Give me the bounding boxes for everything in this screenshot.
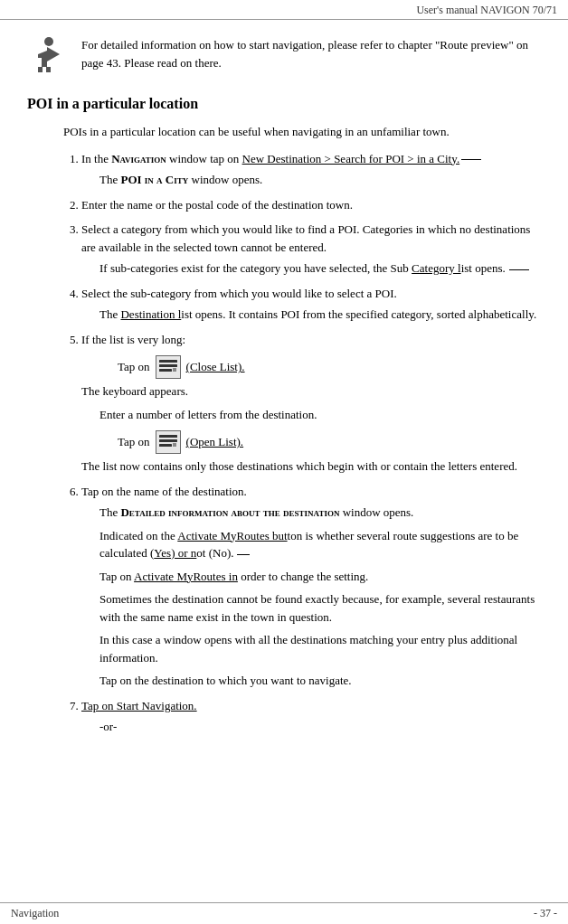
sub-content: The POI in a City window opens. <box>99 171 541 189</box>
svg-rect-10 <box>159 444 172 447</box>
sometimes-text: Sometimes the destination cannot be foun… <box>99 590 541 626</box>
tap-destination: Tap on the destination to which you want… <box>99 672 541 690</box>
section-title: POI in a particular location <box>27 96 541 112</box>
svg-rect-5 <box>159 364 177 367</box>
enter-letters: Enter a number of letters from the desti… <box>99 406 541 424</box>
start-nav-link[interactable]: Tap on Start Navigation. <box>81 699 197 712</box>
or-text: -or- <box>99 718 541 736</box>
sub-content: If sub-categories exist for the category… <box>99 259 541 278</box>
keyboard-appears: The keyboard appears. <box>81 382 541 401</box>
in-this-case: In this case a window opens with all the… <box>99 631 541 666</box>
svg-rect-2 <box>38 67 43 72</box>
sub-content: The Destination list opens. It contains … <box>99 306 541 324</box>
tap-activate: Tap on Activate MyRoutes in order to cha… <box>99 568 541 586</box>
list-item: In the Navigation window tap on New Dest… <box>81 150 541 189</box>
svg-rect-8 <box>159 435 177 438</box>
open-list-label: (Open List). <box>186 433 244 451</box>
yes-no: Yes) or n <box>154 546 196 560</box>
tap-label-1: Tap on <box>118 358 150 376</box>
list-item: Enter the name or the postal code of the… <box>81 196 541 214</box>
window-name: POI in a City <box>120 173 188 186</box>
list-item: Select a category from which you would l… <box>81 221 541 278</box>
svg-rect-9 <box>159 439 177 442</box>
category-link: Category l <box>412 261 461 275</box>
footer-left: Navigation <box>11 907 59 920</box>
footer-right: - 37 - <box>534 907 557 920</box>
svg-rect-6 <box>159 369 172 372</box>
list-item: Tap on the name of the destination. The … <box>81 483 541 690</box>
list-result: The list now contains only those destina… <box>81 457 541 476</box>
nav-word: Navigation <box>111 152 166 165</box>
close-list-button-icon <box>156 355 181 379</box>
activate-myroutes: Activate MyRoutes in <box>134 570 238 583</box>
svg-rect-7 <box>173 368 176 372</box>
close-list-label: (Close List). <box>186 358 245 376</box>
list-item: Select the sub-category from which you w… <box>81 285 541 324</box>
tap-label-2: Tap on <box>118 433 150 451</box>
tap-row-1: Tap on (Close List). <box>118 355 541 379</box>
bottom-bar: Navigation - 37 - <box>0 902 568 924</box>
list-item: If the list is very long: Tap on (Close … <box>81 331 541 476</box>
svg-rect-1 <box>42 58 47 67</box>
notice-text: For detailed information on how to start… <box>81 33 541 71</box>
myroutes-button: Activate MyRoutes but <box>177 529 287 542</box>
destination-link: Destination l <box>120 307 181 321</box>
detailed-info: The Detailed information about the desti… <box>99 504 541 522</box>
myroutes-info: Indicated on the Activate MyRoutes butto… <box>99 527 541 562</box>
instruction-list: In the Navigation window tap on New Dest… <box>63 150 541 736</box>
notice-icon <box>27 33 71 76</box>
svg-point-0 <box>44 37 53 46</box>
svg-rect-3 <box>46 67 51 72</box>
header-title: User's manual NAVIGON 70/71 <box>416 4 557 17</box>
window-detailed: Detailed information about the destinati… <box>120 505 339 519</box>
menu-path: New Destination > Search for POI > in a … <box>242 152 460 165</box>
top-bar: User's manual NAVIGON 70/71 <box>0 0 568 20</box>
list-item: Tap on Start Navigation. -or- <box>81 697 541 736</box>
open-list-button-icon <box>156 430 181 454</box>
section-intro: POIs in a particular location can be use… <box>63 123 541 141</box>
svg-rect-4 <box>159 360 177 363</box>
svg-rect-11 <box>173 443 176 447</box>
tap-row-2: Tap on (Open List). <box>118 430 541 454</box>
notice-box: For detailed information on how to start… <box>27 29 541 80</box>
